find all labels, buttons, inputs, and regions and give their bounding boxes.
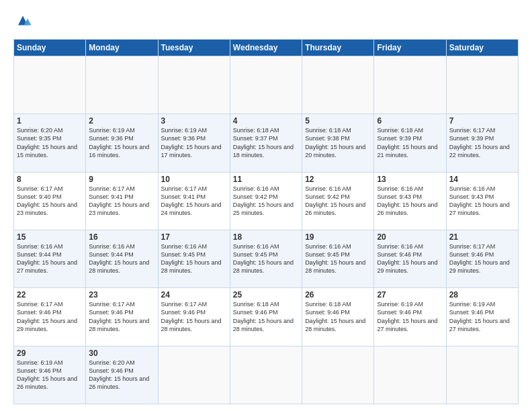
calendar-cell: 7Sunrise: 6:17 AMSunset: 9:39 PMDaylight…: [446, 114, 518, 172]
day-number: 17: [161, 232, 227, 242]
cell-info: Sunrise: 6:18 AMSunset: 9:46 PMDaylight:…: [305, 301, 365, 332]
cell-info: Sunrise: 6:16 AMSunset: 9:43 PMDaylight:…: [449, 185, 510, 216]
calendar-week-row: 8Sunrise: 6:17 AMSunset: 9:40 PMDaylight…: [14, 172, 519, 230]
calendar-cell: 18Sunrise: 6:16 AMSunset: 9:45 PMDayligh…: [230, 230, 302, 287]
day-number: 4: [233, 116, 299, 126]
calendar-cell: [446, 56, 518, 114]
calendar-cell: [230, 346, 302, 404]
calendar-cell: 15Sunrise: 6:16 AMSunset: 9:44 PMDayligh…: [14, 230, 86, 287]
cell-info: Sunrise: 6:17 AMSunset: 9:46 PMDaylight:…: [17, 301, 77, 332]
cell-info: Sunrise: 6:17 AMSunset: 9:41 PMDaylight:…: [161, 185, 222, 216]
calendar-table: SundayMondayTuesdayWednesdayThursdayFrid…: [13, 39, 519, 404]
calendar-cell: 4Sunrise: 6:18 AMSunset: 9:37 PMDaylight…: [230, 114, 302, 172]
day-number: 29: [17, 349, 83, 358]
day-number: 7: [449, 116, 515, 126]
cell-info: Sunrise: 6:20 AMSunset: 9:46 PMDaylight:…: [89, 359, 149, 390]
calendar-cell: 9Sunrise: 6:17 AMSunset: 9:41 PMDaylight…: [86, 172, 158, 230]
cell-info: Sunrise: 6:17 AMSunset: 9:46 PMDaylight:…: [89, 301, 149, 332]
day-number: 12: [305, 175, 371, 184]
cell-info: Sunrise: 6:17 AMSunset: 9:39 PMDaylight:…: [449, 127, 510, 158]
day-number: 20: [377, 232, 443, 242]
calendar-week-row: [14, 56, 519, 114]
calendar-cell: 14Sunrise: 6:16 AMSunset: 9:43 PMDayligh…: [446, 172, 518, 230]
calendar-header-row: SundayMondayTuesdayWednesdayThursdayFrid…: [14, 40, 519, 56]
day-number: 26: [305, 290, 371, 300]
calendar-cell: 16Sunrise: 6:16 AMSunset: 9:44 PMDayligh…: [86, 230, 158, 287]
cell-info: Sunrise: 6:16 AMSunset: 9:46 PMDaylight:…: [377, 243, 437, 274]
day-number: 5: [305, 116, 371, 126]
cell-info: Sunrise: 6:16 AMSunset: 9:45 PMDaylight:…: [305, 243, 365, 274]
calendar-cell: 30Sunrise: 6:20 AMSunset: 9:46 PMDayligh…: [86, 346, 158, 404]
day-number: 13: [377, 175, 443, 184]
day-number: 30: [89, 349, 154, 358]
calendar-cell: 3Sunrise: 6:19 AMSunset: 9:36 PMDaylight…: [158, 114, 230, 172]
header: [13, 12, 519, 31]
calendar-cell: 1Sunrise: 6:20 AMSunset: 9:35 PMDaylight…: [14, 114, 86, 172]
cell-info: Sunrise: 6:16 AMSunset: 9:44 PMDaylight:…: [89, 243, 149, 274]
day-number: 9: [89, 175, 154, 184]
day-number: 19: [305, 232, 371, 242]
calendar-cell: [302, 346, 374, 404]
day-number: 6: [377, 116, 443, 126]
col-header-saturday: Saturday: [446, 40, 518, 56]
calendar-cell: [230, 56, 302, 114]
calendar-week-row: 15Sunrise: 6:16 AMSunset: 9:44 PMDayligh…: [14, 230, 519, 287]
calendar-cell: 10Sunrise: 6:17 AMSunset: 9:41 PMDayligh…: [158, 172, 230, 230]
day-number: 3: [161, 116, 227, 126]
cell-info: Sunrise: 6:19 AMSunset: 9:36 PMDaylight:…: [89, 127, 149, 158]
calendar-cell: 12Sunrise: 6:16 AMSunset: 9:42 PMDayligh…: [302, 172, 374, 230]
calendar-cell: 19Sunrise: 6:16 AMSunset: 9:45 PMDayligh…: [302, 230, 374, 287]
cell-info: Sunrise: 6:19 AMSunset: 9:36 PMDaylight:…: [161, 127, 222, 158]
calendar-cell: 17Sunrise: 6:16 AMSunset: 9:45 PMDayligh…: [158, 230, 230, 287]
calendar-cell: 13Sunrise: 6:16 AMSunset: 9:43 PMDayligh…: [374, 172, 446, 230]
col-header-tuesday: Tuesday: [158, 40, 230, 56]
cell-info: Sunrise: 6:19 AMSunset: 9:46 PMDaylight:…: [17, 359, 77, 390]
calendar-cell: [158, 56, 230, 114]
calendar-cell: 27Sunrise: 6:19 AMSunset: 9:46 PMDayligh…: [374, 288, 446, 346]
day-number: 2: [89, 116, 154, 126]
calendar-week-row: 22Sunrise: 6:17 AMSunset: 9:46 PMDayligh…: [14, 288, 519, 346]
day-number: 8: [17, 175, 83, 184]
day-number: 18: [233, 232, 299, 242]
calendar-cell: 22Sunrise: 6:17 AMSunset: 9:46 PMDayligh…: [14, 288, 86, 346]
day-number: 15: [17, 232, 83, 242]
logo: [13, 12, 35, 31]
calendar-week-row: 1Sunrise: 6:20 AMSunset: 9:35 PMDaylight…: [14, 114, 519, 172]
day-number: 22: [17, 290, 83, 300]
day-number: 24: [161, 290, 227, 300]
calendar-cell: 8Sunrise: 6:17 AMSunset: 9:40 PMDaylight…: [14, 172, 86, 230]
calendar-cell: 28Sunrise: 6:19 AMSunset: 9:46 PMDayligh…: [446, 288, 518, 346]
calendar-cell: 23Sunrise: 6:17 AMSunset: 9:46 PMDayligh…: [86, 288, 158, 346]
calendar-cell: 5Sunrise: 6:18 AMSunset: 9:38 PMDaylight…: [302, 114, 374, 172]
calendar-cell: 26Sunrise: 6:18 AMSunset: 9:46 PMDayligh…: [302, 288, 374, 346]
cell-info: Sunrise: 6:18 AMSunset: 9:38 PMDaylight:…: [305, 127, 365, 158]
day-number: 1: [17, 116, 83, 126]
calendar-cell: 2Sunrise: 6:19 AMSunset: 9:36 PMDaylight…: [86, 114, 158, 172]
calendar-cell: 24Sunrise: 6:17 AMSunset: 9:46 PMDayligh…: [158, 288, 230, 346]
calendar-cell: [374, 56, 446, 114]
cell-info: Sunrise: 6:18 AMSunset: 9:39 PMDaylight:…: [377, 127, 437, 158]
calendar-cell: 21Sunrise: 6:17 AMSunset: 9:46 PMDayligh…: [446, 230, 518, 287]
col-header-thursday: Thursday: [302, 40, 374, 56]
day-number: 23: [89, 290, 154, 300]
cell-info: Sunrise: 6:16 AMSunset: 9:42 PMDaylight:…: [233, 185, 294, 216]
col-header-friday: Friday: [374, 40, 446, 56]
cell-info: Sunrise: 6:19 AMSunset: 9:46 PMDaylight:…: [449, 301, 510, 332]
day-number: 14: [449, 175, 515, 184]
day-number: 25: [233, 290, 299, 300]
cell-info: Sunrise: 6:17 AMSunset: 9:41 PMDaylight:…: [89, 185, 149, 216]
logo-icon: [13, 12, 32, 31]
cell-info: Sunrise: 6:16 AMSunset: 9:42 PMDaylight:…: [305, 185, 365, 216]
col-header-sunday: Sunday: [14, 40, 86, 56]
cell-info: Sunrise: 6:19 AMSunset: 9:46 PMDaylight:…: [377, 301, 437, 332]
calendar-cell: 29Sunrise: 6:19 AMSunset: 9:46 PMDayligh…: [14, 346, 86, 404]
cell-info: Sunrise: 6:16 AMSunset: 9:44 PMDaylight:…: [17, 243, 77, 274]
cell-info: Sunrise: 6:16 AMSunset: 9:45 PMDaylight:…: [233, 243, 294, 274]
calendar-page: SundayMondayTuesdayWednesdayThursdayFrid…: [0, 0, 532, 411]
col-header-wednesday: Wednesday: [230, 40, 302, 56]
cell-info: Sunrise: 6:16 AMSunset: 9:43 PMDaylight:…: [377, 185, 437, 216]
day-number: 28: [449, 290, 515, 300]
calendar-cell: [14, 56, 86, 114]
calendar-cell: [446, 346, 518, 404]
cell-info: Sunrise: 6:20 AMSunset: 9:35 PMDaylight:…: [17, 127, 77, 158]
